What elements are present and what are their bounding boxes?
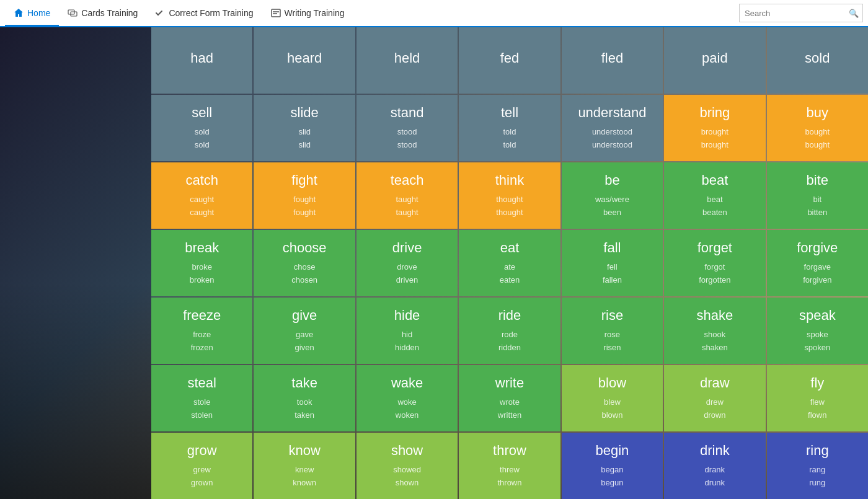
verb-base: fed [500, 50, 520, 66]
verb-card[interactable]: bewas/were been [562, 162, 663, 229]
verb-card[interactable]: beatbeat beaten [664, 162, 765, 229]
verb-grid: hadheardheldfedfledpaidsoldsellsold sold… [151, 27, 868, 499]
verb-forms: ate eaten [500, 261, 520, 287]
verb-base: choose [283, 240, 327, 256]
verb-forms: hid hidden [395, 329, 419, 355]
verb-base: forgive [797, 240, 838, 256]
verb-card[interactable]: shakeshook shaken [664, 298, 765, 364]
verb-forms: grew grown [191, 464, 213, 490]
verb-card[interactable]: riderode ridden [459, 298, 560, 364]
verb-card[interactable]: teachtaught taught [356, 162, 458, 229]
verb-forms: fought fought [293, 193, 316, 219]
verb-forms: knew known [293, 464, 316, 490]
verb-card[interactable]: writewrote written [459, 365, 560, 431]
verb-card[interactable]: taketook taken [254, 365, 355, 431]
verb-forms: broke broken [190, 261, 215, 287]
verb-card[interactable]: forgiveforgave forgiven [767, 230, 868, 296]
verb-base: grow [187, 443, 217, 459]
verb-forms: woke woken [396, 396, 419, 422]
nav-correct[interactable]: Correct Form Training [146, 1, 262, 27]
verb-card[interactable]: fed [459, 27, 560, 94]
verb-card[interactable]: standstood stood [356, 95, 458, 161]
verb-card[interactable]: fightfought fought [254, 162, 355, 229]
verb-card[interactable]: sellsold sold [151, 95, 252, 161]
verb-card[interactable]: paid [664, 27, 765, 94]
verb-base: paid [702, 50, 728, 66]
verb-card[interactable]: drinkdrank drunk [664, 433, 765, 499]
verb-card[interactable]: slideslid slid [254, 95, 355, 161]
verb-card[interactable]: ringrang rung [767, 433, 868, 499]
verb-base: had [190, 50, 213, 66]
verb-forms: chose chosen [291, 261, 317, 287]
verb-card[interactable]: stealstole stolen [151, 365, 252, 431]
verb-card[interactable]: hidehid hidden [356, 298, 458, 364]
verb-card[interactable]: riserose risen [562, 298, 663, 364]
verb-forms: froze frozen [191, 329, 213, 355]
search-input[interactable] [745, 9, 849, 18]
verb-card[interactable]: held [356, 27, 458, 94]
verb-forms: gave given [295, 329, 314, 355]
verb-card[interactable]: wakewoke woken [356, 365, 458, 431]
verb-card[interactable]: forgetforgot forgotten [664, 230, 765, 296]
verb-card[interactable]: choosechose chosen [254, 230, 355, 296]
verb-base: freeze [183, 307, 221, 324]
verb-forms: stood stood [397, 126, 417, 152]
verb-card[interactable]: fled [562, 27, 663, 94]
verb-card[interactable]: givegave given [254, 298, 355, 364]
verb-forms: brought brought [701, 126, 728, 152]
verb-card[interactable]: drawdrew drown [664, 365, 765, 431]
verb-forms: bit bitten [807, 193, 827, 219]
verb-card[interactable]: blowblew blown [562, 365, 663, 431]
verb-card[interactable]: growgrew grown [151, 433, 252, 499]
verb-card[interactable]: had [151, 27, 252, 94]
verb-forms: spoke spoken [804, 329, 830, 355]
verb-forms: took taken [294, 396, 314, 422]
verb-base: drink [700, 443, 730, 459]
verb-base: understand [578, 105, 646, 121]
verb-card[interactable]: beginbegan begun [562, 433, 663, 499]
verb-card[interactable]: sold [767, 27, 868, 94]
verb-card[interactable]: bitebit bitten [767, 162, 868, 229]
verb-card[interactable]: thinkthought thought [459, 162, 560, 229]
verb-card[interactable]: heard [254, 27, 355, 94]
verb-forms: rang rung [809, 464, 825, 490]
nav-writing[interactable]: Writing Training [262, 1, 353, 27]
verb-forms: fell fallen [603, 261, 622, 287]
verb-forms: stole stolen [191, 396, 213, 422]
verb-card[interactable]: knowknew known [254, 433, 355, 499]
verb-base: sold [805, 50, 830, 66]
verb-card[interactable]: breakbroke broken [151, 230, 252, 296]
verb-base: forget [698, 240, 732, 256]
verb-card[interactable]: buybought bought [767, 95, 868, 161]
verb-base: ring [806, 443, 829, 459]
nav-home[interactable]: Home [5, 1, 59, 27]
verb-card[interactable]: freezefroze frozen [151, 298, 252, 364]
verb-forms: bought bought [805, 126, 830, 152]
verb-base: write [495, 375, 524, 391]
verb-base: sell [192, 105, 212, 121]
verb-forms: drank drunk [705, 464, 725, 490]
verb-card[interactable]: catchcaught caught [151, 162, 252, 229]
verb-card[interactable]: drivedrove driven [356, 230, 458, 296]
verb-forms: rode ridden [498, 329, 521, 355]
verb-card[interactable]: eatate eaten [459, 230, 560, 296]
verb-forms: sold sold [195, 126, 210, 152]
verb-forms: forgot forgotten [699, 261, 730, 287]
verb-card[interactable]: fallfell fallen [562, 230, 663, 296]
verb-card[interactable]: showshowed shown [356, 433, 458, 499]
verb-card[interactable]: speakspoke spoken [767, 298, 868, 364]
verb-card[interactable]: bringbrought brought [664, 95, 765, 161]
cards-icon [68, 8, 78, 18]
search-box: 🔍 [739, 4, 863, 22]
verb-card[interactable]: flyflew flown [767, 365, 868, 431]
verb-base: stand [391, 105, 424, 121]
verb-base: beat [701, 172, 728, 188]
verb-forms: slid slid [298, 126, 311, 152]
verb-base: speak [799, 307, 836, 324]
verb-card[interactable]: throwthrew thrown [459, 433, 560, 499]
verb-base: heard [287, 50, 322, 66]
verb-card[interactable]: understandunderstood understood [562, 95, 663, 161]
nav-cards[interactable]: Cards Training [59, 1, 146, 27]
verb-card[interactable]: telltold told [459, 95, 560, 161]
verb-base: bite [807, 172, 828, 188]
